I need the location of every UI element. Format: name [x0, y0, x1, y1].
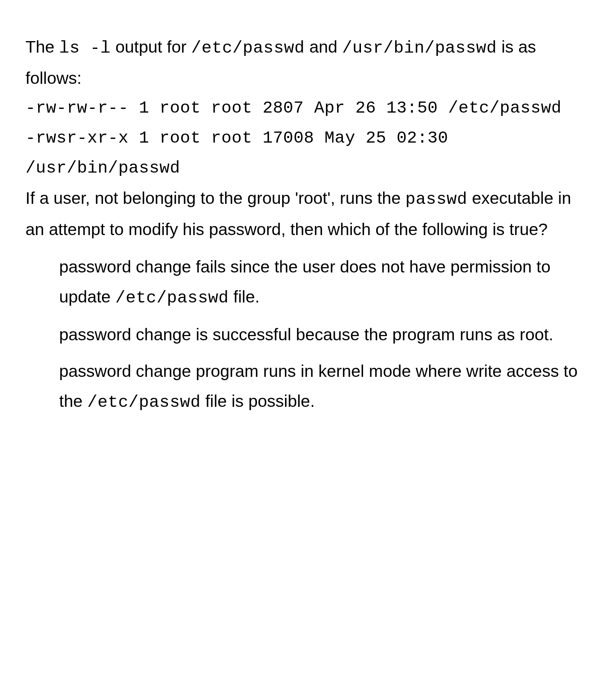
option-a-post: file.: [229, 287, 260, 306]
ls-output-line-1: -rw-rw-r-- 1 root root 2807 Apr 26 13:50…: [25, 93, 591, 123]
options-list: password change fails since the user doe…: [25, 252, 591, 418]
option-c: password change program runs in kernel m…: [59, 356, 591, 418]
option-a-code: /etc/passwd: [115, 288, 229, 307]
path-etc-passwd: /etc/passwd: [191, 39, 305, 58]
question-body: The ls -l output for /etc/passwd and /us…: [25, 32, 591, 245]
cmd-passwd: passwd: [405, 190, 467, 209]
question-sentence: If a user, not belonging to the group 'r…: [25, 183, 591, 245]
option-c-code: /etc/passwd: [87, 393, 200, 412]
intro-pre: The: [25, 37, 59, 56]
ls-output-line-2: -rwsr-xr-x 1 root root 17008 May 25 02:3…: [25, 123, 591, 183]
option-c-post: file is possible.: [201, 392, 315, 411]
option-b: password change is successful because th…: [59, 320, 591, 350]
intro-mid: output for: [111, 37, 191, 56]
question-intro: The ls -l output for /etc/passwd and /us…: [25, 32, 591, 93]
sentence2-pre: If a user, not belonging to the group 'r…: [25, 189, 405, 208]
intro-and: and: [305, 37, 342, 56]
option-a: password change fails since the user doe…: [59, 252, 591, 313]
path-usr-bin-passwd: /usr/bin/passwd: [342, 39, 497, 58]
cmd-ls: ls -l: [59, 39, 111, 58]
option-b-text: password change is successful because th…: [59, 325, 553, 344]
